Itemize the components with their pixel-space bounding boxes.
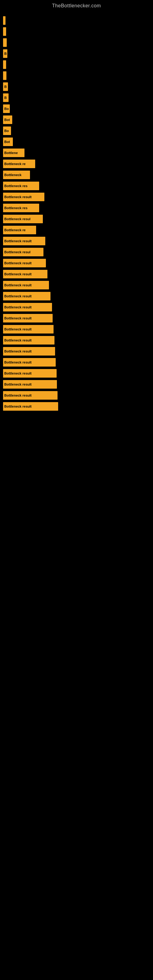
- bar-row: Bottleneck result: [3, 325, 150, 334]
- bar-label: B: [4, 52, 7, 56]
- bar-label: Bottleneck result: [4, 382, 32, 386]
- bar: Bo: [3, 105, 10, 113]
- bar-row: Bot: [3, 137, 150, 146]
- bar-row: Bottleneck: [3, 170, 150, 179]
- bar-label: B: [4, 96, 7, 100]
- bar-row: [3, 38, 150, 47]
- bar-row: Bo: [3, 105, 150, 113]
- bar: Bottleneck result: [3, 237, 45, 245]
- bar: Bottleneck result: [3, 259, 46, 267]
- bar: [3, 60, 6, 69]
- bar: Bottleneck result: [3, 402, 58, 411]
- bar: B: [3, 49, 7, 58]
- bar-label: Bottleneck re: [4, 162, 26, 166]
- bar-row: Bottleneck result: [3, 402, 150, 411]
- bar-label: Bottleneck result: [4, 371, 32, 375]
- bar: Bottleneck re: [3, 159, 35, 168]
- bar-row: Bottleneck result: [3, 369, 150, 378]
- bar-label: Bottleneck resul: [4, 217, 30, 221]
- bar-label: Bot: [4, 118, 10, 122]
- bar-label: Bottleneck res: [4, 184, 27, 188]
- bar-label: B: [4, 85, 7, 89]
- bar-row: Bottleneck result: [3, 314, 150, 323]
- bar-row: Bottleneck result: [3, 259, 150, 267]
- bar-label: Bottleneck result: [4, 283, 32, 287]
- bar-label: Bottleneck: [4, 173, 21, 177]
- bar-row: Bottleneck result: [3, 237, 150, 245]
- bar-row: Bottleneck result: [3, 303, 150, 312]
- bar-row: Bottleneck res: [3, 204, 150, 212]
- bar-row: Bottleneck result: [3, 358, 150, 367]
- bar-row: [3, 27, 150, 36]
- bar-row: Bottleneck resul: [3, 215, 150, 223]
- bar-row: B: [3, 94, 150, 102]
- bar-row: [3, 16, 150, 25]
- bar-row: Bottleneck resul: [3, 248, 150, 256]
- bar-row: B: [3, 49, 150, 58]
- bar: Bottleneck resul: [3, 248, 43, 256]
- bar: Bottleneck result: [3, 270, 48, 278]
- bar-label: Bottleneck result: [4, 328, 32, 331]
- bar-label: Bottlene: [4, 151, 18, 155]
- bar-label: Bottleneck result: [4, 272, 32, 276]
- bar: B: [3, 83, 8, 91]
- bar-row: Bottleneck result: [3, 281, 150, 290]
- bar-label: Bottleneck result: [4, 317, 32, 320]
- bar: Bottleneck result: [3, 325, 54, 334]
- bar: [3, 16, 5, 25]
- bar: [3, 38, 7, 47]
- bar: Bottleneck result: [3, 292, 51, 301]
- bar-row: B: [3, 83, 150, 91]
- bar: Bottleneck result: [3, 303, 52, 312]
- bar-row: Bottleneck result: [3, 270, 150, 278]
- bar-row: Bot: [3, 115, 150, 124]
- bar-label: Bottleneck result: [4, 239, 32, 243]
- bar-row: Bottleneck result: [3, 391, 150, 400]
- bar-row: [3, 72, 150, 80]
- bar: Bottleneck resul: [3, 215, 43, 223]
- bar-row: Bottleneck result: [3, 380, 150, 389]
- bar-label: Bottleneck result: [4, 350, 32, 353]
- bar-label: Bottleneck result: [4, 339, 32, 342]
- bar: Bottleneck result: [3, 347, 55, 356]
- bar-row: Bottleneck result: [3, 192, 150, 201]
- bar: Bottleneck result: [3, 314, 53, 323]
- bar-label: Bottleneck result: [4, 261, 32, 265]
- bar-row: Bo: [3, 126, 150, 135]
- bar: Bottleneck res: [3, 181, 39, 190]
- bar: Bo: [3, 126, 11, 135]
- bar-row: Bottleneck res: [3, 181, 150, 190]
- bar: Bottleneck result: [3, 380, 57, 389]
- bar: Bottleneck result: [3, 358, 56, 367]
- bar-label: Bottleneck result: [4, 404, 32, 408]
- bar: Bottleneck: [3, 170, 30, 179]
- bar: Bottleneck result: [3, 336, 54, 345]
- bar-row: Bottleneck result: [3, 336, 150, 345]
- bar-row: Bottleneck result: [3, 292, 150, 301]
- bar-label: Bottleneck result: [4, 294, 32, 298]
- bar: Bottlene: [3, 148, 24, 157]
- bar-label: Bot: [4, 140, 10, 144]
- bar-row: [3, 60, 150, 69]
- bar: Bottleneck result: [3, 391, 57, 400]
- bar: [3, 72, 6, 80]
- bar-label: Bottleneck result: [4, 393, 32, 397]
- bar: B: [3, 94, 9, 102]
- bar-label: Bottleneck res: [4, 206, 27, 210]
- bar: Bottleneck res: [3, 204, 39, 212]
- bar-row: Bottleneck re: [3, 226, 150, 234]
- bar-row: Bottleneck result: [3, 347, 150, 356]
- bar-label: Bo: [4, 129, 9, 133]
- bar: Bottleneck result: [3, 369, 57, 378]
- bar-label: Bottleneck result: [4, 305, 32, 309]
- bar-label: Bo: [4, 107, 9, 111]
- bar-row: Bottleneck re: [3, 159, 150, 168]
- bar-row: Bottlene: [3, 148, 150, 157]
- site-title: TheBottlenecker.com: [0, 0, 153, 10]
- bar: Bottleneck result: [3, 192, 45, 201]
- bars-container: BBBBoBotBoBotBottleneBottleneck reBottle…: [0, 10, 153, 413]
- bar-label: Bottleneck result: [4, 195, 32, 199]
- bar: Bot: [3, 115, 12, 124]
- bar-label: Bottleneck resul: [4, 250, 30, 254]
- bar-label: Bottleneck re: [4, 228, 26, 232]
